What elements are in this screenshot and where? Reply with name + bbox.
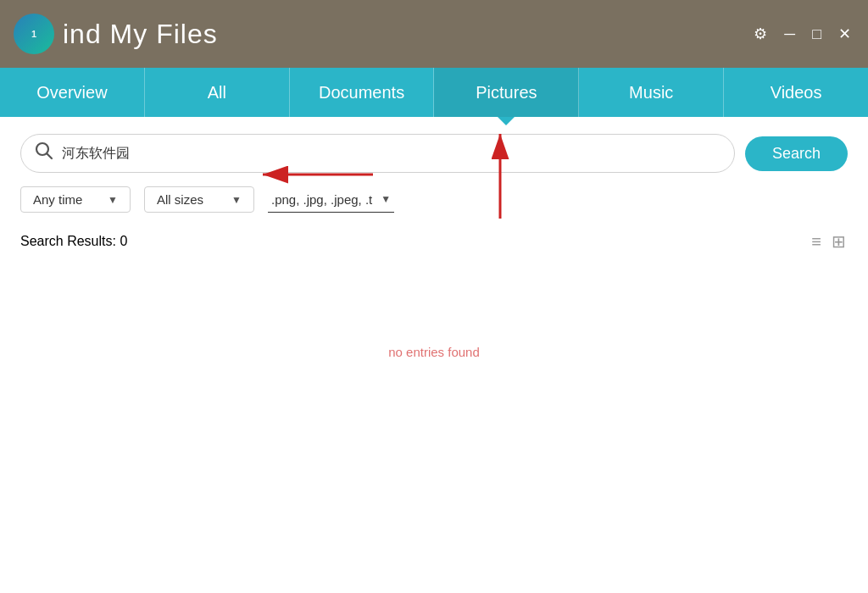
size-filter[interactable]: All sizes ▼ xyxy=(144,186,254,213)
filter-row: Any time ▼ All sizes ▼ .png, .jpg, .jpeg… xyxy=(20,186,848,213)
tab-documents[interactable]: Documents xyxy=(290,68,435,117)
maximize-button[interactable]: □ xyxy=(809,23,825,45)
results-header: Search Results: 0 ≡ ⊞ xyxy=(20,230,848,253)
tab-all[interactable]: All xyxy=(145,68,290,117)
time-filter[interactable]: Any time ▼ xyxy=(20,186,131,213)
title-controls: ⚙ ─ □ ✕ xyxy=(750,23,854,45)
results-count: 0 xyxy=(120,234,127,248)
search-button[interactable]: Search xyxy=(745,136,848,171)
tab-overview[interactable]: Overview xyxy=(0,68,145,117)
tab-music[interactable]: Music xyxy=(579,68,724,117)
title-bar: 1 ind My Files ⚙ ─ □ ✕ xyxy=(0,0,868,68)
app-logo: 1 xyxy=(14,14,54,54)
search-icon xyxy=(35,141,53,165)
ext-filter[interactable]: .png, .jpg, .jpeg, .t ▼ xyxy=(268,187,394,213)
view-controls: ≡ ⊞ xyxy=(810,230,848,253)
app-title: ind My Files xyxy=(63,19,218,50)
tab-pictures[interactable]: Pictures xyxy=(434,68,579,117)
grid-view-button[interactable]: ⊞ xyxy=(830,230,848,253)
search-row: Search xyxy=(20,134,848,173)
main-content: Search Any time ▼ All sizes ▼ .png, .jpg… xyxy=(0,117,868,593)
empty-state: no entries found xyxy=(20,267,848,436)
tab-videos[interactable]: Videos xyxy=(724,68,868,117)
close-button[interactable]: ✕ xyxy=(835,23,854,45)
results-label: Search Results: 0 xyxy=(20,234,127,249)
time-filter-chevron: ▼ xyxy=(108,194,118,206)
list-view-button[interactable]: ≡ xyxy=(810,230,823,253)
nav-bar: Overview All Documents Pictures Music Vi… xyxy=(0,68,868,117)
empty-message: no entries found xyxy=(388,345,480,359)
ext-filter-chevron: ▼ xyxy=(381,193,391,205)
svg-line-1 xyxy=(47,154,53,159)
minimize-button[interactable]: ─ xyxy=(781,23,798,45)
settings-button[interactable]: ⚙ xyxy=(750,23,771,45)
search-box xyxy=(20,134,735,173)
search-input[interactable] xyxy=(62,146,721,161)
size-filter-chevron: ▼ xyxy=(231,194,242,206)
